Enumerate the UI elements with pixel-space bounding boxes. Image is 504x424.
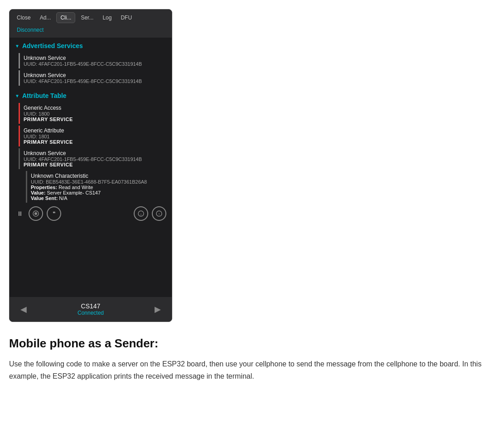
char-properties-label: Properties: <box>31 185 57 190</box>
device-name: CS147 <box>78 302 104 310</box>
phone-footer: ◀ CS147 Connected ▶ <box>10 297 172 322</box>
generic-access-type: PRIMARY SERVICE <box>24 117 163 122</box>
generic-attribute-uuid: UUID: 1801 <box>24 134 163 139</box>
char-value-row: Value: Server Example- CS147 <box>31 190 168 195</box>
tab-log[interactable]: Log <box>99 13 115 23</box>
article-heading: Mobile phone as a Sender: <box>9 336 495 351</box>
record-button[interactable] <box>29 206 43 221</box>
tab-cli[interactable]: Cli... <box>56 12 75 23</box>
svg-point-1 <box>34 212 37 215</box>
right-controls: ↓ ↑ <box>134 206 166 221</box>
char-value-sent: N/A <box>59 195 67 201</box>
generic-attribute-type: PRIMARY SERVICE <box>24 139 163 145</box>
unknown-service-attr: Unknown Service UUID: 4FAFC201-1FB5-459E… <box>19 148 166 169</box>
tab-close[interactable]: Close <box>13 13 34 23</box>
char-value-sent-row: Value Sent: N/A <box>31 195 168 201</box>
upload-button[interactable]: ↑ <box>152 206 166 221</box>
char-value: Server Example- CS147 <box>47 190 101 195</box>
uuid-label-1: UUID: <box>24 61 37 67</box>
ga-uuid-label: UUID: <box>24 111 37 117</box>
us-uuid-label: UUID: <box>24 156 37 162</box>
tab-dfu[interactable]: DFU <box>117 13 136 23</box>
char-uuid: UUID: BEB5483E-36E1-4688-B7F5-EA07361B26… <box>31 179 168 185</box>
service-name-1: Unknown Service <box>24 55 163 61</box>
us-attr-type: PRIMARY SERVICE <box>24 162 163 167</box>
download-button[interactable]: ↓ <box>134 206 148 221</box>
tab-ad[interactable]: Ad... <box>36 13 55 23</box>
generic-access-name: Generic Access <box>24 105 163 111</box>
us-attr-uuid: UUID: 4FAFC201-1FB5-459E-8FCC-C5C9C33191… <box>24 156 163 162</box>
gattr-uuid-label: UUID: <box>24 134 37 139</box>
generic-attribute-name: Generic Attribute <box>24 127 163 134</box>
footer-nav: ◀ CS147 Connected ▶ <box>13 301 168 318</box>
generic-attribute-item: Generic Attribute UUID: 1801 PRIMARY SER… <box>19 126 166 146</box>
char-uuid-label: UUID: <box>31 179 44 185</box>
ga-uuid-value: 1800 <box>39 111 49 117</box>
svg-text:↓: ↓ <box>140 212 142 216</box>
tab-ser[interactable]: Ser... <box>77 13 97 23</box>
char-name: Unknown Characteristic <box>31 173 168 179</box>
service-uuid-1: UUID: 4FAFC201-1FB5-459E-8FCC-C5C9C33191… <box>24 61 163 67</box>
char-value-sent-label: Value Sent: <box>31 195 58 201</box>
attribute-table-header: ▼ Attribute Table <box>10 88 172 101</box>
bottom-controls: ⏸ ❝ ↓ <box>10 203 172 224</box>
char-uuid-value: BEB5483E-36E1-4688-B7F5-EA07361B26A8 <box>46 179 147 185</box>
us-attr-name: Unknown Service <box>24 150 163 156</box>
us-uuid-value: 4FAFC201-1FB5-459E-8FCC-C5C9C331914B <box>39 156 142 162</box>
left-controls: ⏸ ❝ <box>15 206 61 221</box>
characteristic-item: Unknown Characteristic UUID: BEB5483E-36… <box>26 171 172 203</box>
advertised-services-header: ▼ Advertised Services <box>10 38 172 51</box>
char-properties: Properties: Read and Write <box>31 185 168 190</box>
char-properties-value: Read and Write <box>58 185 93 190</box>
quote-button[interactable]: ❝ <box>47 206 61 221</box>
device-status: Connected <box>78 310 104 316</box>
generic-access-uuid: UUID: 1800 <box>24 111 163 117</box>
article-paragraph: Use the following code to make a server … <box>9 358 495 382</box>
service-uuid-2: UUID: 4FAFC201-1FB5-459E-8FCC-C5C9C33191… <box>24 78 163 84</box>
uuid-label-2: UUID: <box>24 78 37 84</box>
uuid-value-2: 4FAFC201-1FB5-459E-8FCC-C5C9C331914B <box>39 78 142 84</box>
phone-tabbar: Close Ad... Cli... Ser... Log DFU Discon… <box>10 10 172 38</box>
empty-space <box>10 224 172 297</box>
service-name-2: Unknown Service <box>24 72 163 78</box>
unknown-service-1: Unknown Service UUID: 4FAFC201-1FB5-459E… <box>19 53 166 68</box>
unknown-service-2: Unknown Service UUID: 4FAFC201-1FB5-459E… <box>19 70 166 86</box>
phone-screenshot: Close Ad... Cli... Ser... Log DFU Discon… <box>9 9 172 322</box>
chevron-down-icon-2: ▼ <box>15 93 19 98</box>
attribute-table-title: Attribute Table <box>22 92 67 99</box>
pause-button[interactable]: ⏸ <box>15 210 25 217</box>
gattr-uuid-value: 1801 <box>39 134 49 139</box>
nav-right-arrow[interactable]: ▶ <box>155 304 161 314</box>
phone-content: ▼ Advertised Services Unknown Service UU… <box>10 38 172 297</box>
nav-left-arrow[interactable]: ◀ <box>20 304 27 314</box>
svg-text:↑: ↑ <box>158 212 160 216</box>
char-value-label: Value: <box>31 190 45 195</box>
generic-access-item: Generic Access UUID: 1800 PRIMARY SERVIC… <box>19 103 166 124</box>
tab-disconnect[interactable]: Disconnect <box>13 25 47 35</box>
advertised-services-title: Advertised Services <box>22 42 83 49</box>
chevron-down-icon: ▼ <box>15 44 19 49</box>
uuid-value-1: 4FAFC201-1FB5-459E-8FCC-C5C9C331914B <box>39 61 142 67</box>
